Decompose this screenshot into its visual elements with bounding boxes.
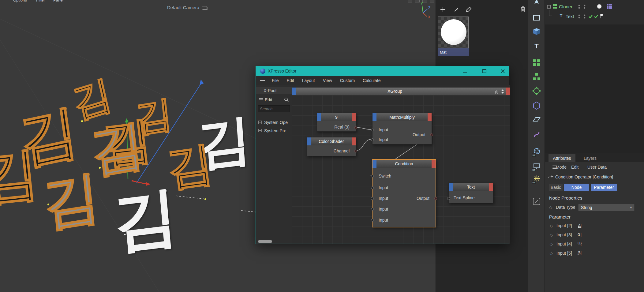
- tab-layers[interactable]: Layers: [575, 154, 605, 163]
- input-port[interactable]: [371, 138, 374, 141]
- menu-layout[interactable]: Layout: [298, 78, 319, 83]
- output-port[interactable]: [434, 197, 437, 200]
- visibility-dots-icon[interactable]: [583, 4, 586, 9]
- enabled-check-icon[interactable]: [594, 14, 599, 18]
- keyframe-diamond-icon[interactable]: ◇: [550, 251, 553, 256]
- hamburger-icon[interactable]: [260, 79, 265, 82]
- tab-attributes[interactable]: Attributes: [549, 154, 575, 163]
- text-object-icon[interactable]: T: [558, 13, 564, 18]
- keyframe-diamond-icon[interactable]: ◇: [550, 223, 553, 228]
- data-type-dropdown[interactable]: String ▼: [578, 204, 635, 211]
- keyframe-diamond-icon[interactable]: ◇: [550, 233, 553, 237]
- keyframe-diamond-icon[interactable]: ◇: [549, 205, 552, 210]
- material-name[interactable]: Mat: [438, 48, 469, 56]
- window-titlebar[interactable]: XPresso Editor: [256, 66, 509, 76]
- param-value[interactable]: 김: [577, 223, 582, 229]
- eyedropper-icon[interactable]: [465, 6, 472, 13]
- node-grid[interactable]: 9 Real (9) Color Shader Channel: [292, 95, 510, 244]
- tab-xpool[interactable]: X-Pool: [256, 87, 292, 94]
- maximize-icon[interactable]: [481, 68, 488, 74]
- light-st-icon[interactable]: ST: [532, 175, 541, 184]
- input-port[interactable]: [371, 197, 374, 200]
- hexagon-icon[interactable]: [532, 101, 541, 110]
- search-icon[interactable]: [284, 97, 289, 102]
- menu-file[interactable]: File: [268, 78, 283, 83]
- horizontal-scrollbar[interactable]: [258, 240, 272, 243]
- menu-view[interactable]: View: [319, 78, 336, 83]
- node-real[interactable]: 9 Real (9): [317, 113, 356, 132]
- xgroup-header[interactable]: XGroup: [292, 88, 510, 95]
- plane-icon[interactable]: [532, 115, 541, 124]
- input-port[interactable]: [371, 219, 374, 222]
- param-value[interactable]: 최: [577, 250, 582, 256]
- minimize-icon[interactable]: [462, 68, 468, 74]
- pan-hand-icon[interactable]: [494, 89, 499, 94]
- trash-icon[interactable]: [519, 5, 527, 13]
- menu-custom[interactable]: Custom: [336, 78, 359, 83]
- tab-parameter[interactable]: Parameter: [591, 184, 617, 191]
- menu-calculate[interactable]: Calculate: [359, 78, 384, 83]
- mograph-tag-icon[interactable]: [607, 4, 612, 9]
- node-condition[interactable]: Condition Switch Input Input Input Input…: [372, 159, 436, 227]
- node-output-corner[interactable]: [428, 113, 432, 121]
- enabled-check-icon[interactable]: [588, 14, 593, 18]
- cloner-icon[interactable]: [532, 58, 541, 67]
- node-canvas[interactable]: XGroup: [292, 85, 510, 244]
- keyframe-diamond-icon[interactable]: ◇: [550, 242, 553, 246]
- input-port[interactable]: [447, 197, 450, 200]
- node-math-multiply[interactable]: Math:Multiply Input Input Output: [372, 113, 432, 144]
- output-port[interactable]: [354, 150, 357, 152]
- param-value[interactable]: 박: [577, 241, 582, 247]
- deformer-icon[interactable]: [532, 130, 541, 139]
- updown-arrows-icon[interactable]: [500, 89, 505, 94]
- axis-gizmo[interactable]: Y Z X: [414, 1, 433, 20]
- param-value[interactable]: 이: [577, 232, 582, 238]
- node-color-shader[interactable]: Color Shader Channel: [307, 137, 356, 156]
- object-name-cloner[interactable]: Cloner: [559, 4, 572, 9]
- object-manager[interactable]: Cloner T Text: [545, 0, 644, 24]
- scene-st-icon[interactable]: ST: [532, 162, 541, 171]
- close-icon[interactable]: [500, 68, 506, 74]
- attr-menu-edit[interactable]: Edit: [571, 165, 578, 170]
- node-output-corner[interactable]: [352, 113, 356, 121]
- visibility-dots-icon[interactable]: [578, 4, 580, 9]
- attr-menu-userdata[interactable]: User Data: [587, 165, 607, 170]
- xpresso-editor-window[interactable]: XPresso Editor File Edit Layout View Cus…: [256, 66, 509, 244]
- material-thumbnail[interactable]: [438, 17, 469, 48]
- tab-basic[interactable]: Basic: [549, 184, 563, 191]
- tab-node[interactable]: Node: [564, 184, 589, 191]
- input-port[interactable]: [371, 129, 374, 131]
- cloner-object-icon[interactable]: [552, 4, 558, 9]
- node-output-corner[interactable]: [432, 160, 436, 168]
- node-input-corner[interactable]: [307, 137, 311, 145]
- camera-label[interactable]: Default Camera: [167, 5, 207, 10]
- expand-icon[interactable]: [258, 121, 262, 124]
- hamburger-icon[interactable]: [259, 98, 263, 101]
- attr-menu-mode[interactable]: Mode: [556, 165, 567, 170]
- flag-tag-icon[interactable]: [599, 13, 604, 19]
- effector-icon[interactable]: [532, 86, 541, 95]
- material-tag-icon[interactable]: [597, 4, 602, 9]
- array-icon[interactable]: [532, 72, 541, 81]
- input-port[interactable]: [371, 208, 374, 211]
- camera-swap-icon[interactable]: [202, 6, 207, 9]
- output-port[interactable]: [354, 126, 357, 129]
- visibility-dots-icon[interactable]: [578, 14, 580, 19]
- node-input-corner[interactable]: [317, 113, 321, 121]
- visibility-dots-icon[interactable]: [583, 14, 586, 19]
- expand-icon[interactable]: [258, 129, 262, 132]
- node-input-corner[interactable]: [373, 113, 376, 121]
- tree-item-system-operators[interactable]: System Ope: [256, 119, 292, 126]
- input-port[interactable]: [371, 186, 374, 189]
- node-output-corner[interactable]: [352, 137, 356, 145]
- node-text[interactable]: Text Text Spline: [448, 183, 493, 203]
- rectangle-icon[interactable]: [532, 13, 541, 22]
- output-port[interactable]: [430, 133, 433, 136]
- collapse-icon[interactable]: [547, 5, 551, 9]
- add-icon[interactable]: [440, 6, 446, 13]
- text-tool-icon[interactable]: T: [532, 41, 541, 51]
- cube-icon[interactable]: [532, 27, 541, 36]
- arrow-icon[interactable]: [453, 6, 460, 13]
- node-input-corner[interactable]: [449, 183, 453, 191]
- object-name-text[interactable]: Text: [566, 14, 574, 19]
